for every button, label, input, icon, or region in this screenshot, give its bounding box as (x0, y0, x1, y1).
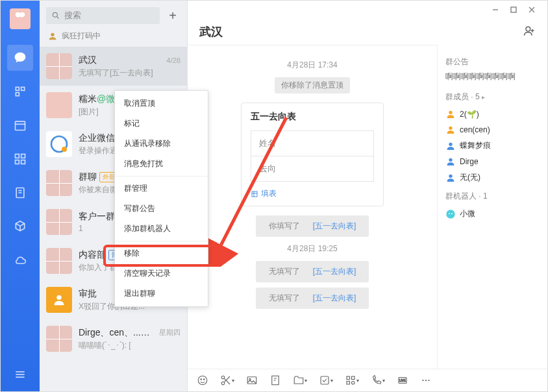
chat-time: 星期四 (159, 328, 181, 337)
more-icon[interactable] (420, 374, 432, 386)
menu-remove[interactable]: 移除 (115, 243, 208, 263)
nav-apps-icon[interactable] (7, 79, 33, 104)
emoji-icon[interactable] (197, 374, 208, 386)
svg-rect-26 (252, 191, 257, 197)
maximize-button[interactable] (504, 3, 523, 17)
chat-avatar (46, 92, 72, 118)
member-item[interactable]: 无(无) (445, 169, 540, 186)
search-input[interactable]: 搜索 (46, 7, 160, 24)
svg-rect-8 (21, 160, 25, 164)
chat-preview: 无填写了[五一去向表] (79, 67, 181, 79)
svg-rect-5 (16, 154, 19, 158)
menu-remove-contact[interactable]: 从通讯录移除 (115, 134, 208, 154)
announce-title: 群公告 (445, 56, 540, 67)
image-icon[interactable] (246, 374, 258, 386)
svg-rect-7 (16, 160, 19, 164)
svg-rect-20 (511, 7, 516, 12)
svg-point-36 (451, 213, 453, 214)
svg-rect-3 (16, 121, 25, 130)
menu-leave-group[interactable]: 退出群聊 (115, 284, 208, 304)
system-message: 你填写了[五一去向表] (201, 215, 424, 237)
svg-point-41 (221, 382, 225, 385)
check-icon[interactable]: ▾ (319, 374, 333, 386)
add-chat-button[interactable]: + (165, 8, 181, 23)
nav-calendar-icon[interactable] (7, 112, 33, 138)
svg-point-51 (352, 382, 355, 385)
menu-group-manage[interactable]: 群管理 (115, 178, 208, 199)
form-field: 姓名 (251, 131, 374, 156)
svg-line-14 (57, 17, 59, 19)
member-item[interactable]: cen(cen) (445, 122, 540, 138)
compose-area: ▾ ▾ ▾ ▾ ▾ LIVE (188, 369, 547, 391)
nav-grid-icon[interactable] (7, 146, 33, 172)
svg-point-17 (62, 147, 67, 152)
announce-text: 啊啊啊啊啊啊啊啊啊 (445, 71, 540, 82)
menu-unpin[interactable]: 取消置顶 (115, 93, 208, 114)
svg-point-56 (428, 380, 429, 381)
chat-avatar (46, 131, 72, 157)
system-message: 你移除了消息置顶 (201, 77, 424, 93)
chat-avatar (46, 248, 72, 274)
context-menu: 取消置顶 标记 从通讯录移除 消息免打扰 群管理 写群公告 添加群机器人 移除 … (114, 90, 208, 307)
member-item[interactable]: 蝶舞梦痕 (445, 138, 540, 154)
svg-point-30 (449, 127, 452, 130)
chat-avatar (46, 170, 72, 196)
svg-rect-2 (16, 93, 19, 96)
svg-rect-48 (347, 376, 350, 380)
svg-rect-1 (21, 87, 25, 90)
phone-icon[interactable]: ▾ (371, 374, 385, 386)
minimize-button[interactable] (486, 3, 504, 17)
close-button[interactable] (523, 3, 541, 17)
svg-rect-49 (352, 376, 355, 380)
folder-icon[interactable]: ▾ (293, 374, 307, 386)
timestamp: 4月28日 19:25 (201, 243, 424, 254)
nav-rail (1, 1, 40, 391)
svg-point-31 (449, 142, 452, 145)
svg-point-37 (198, 376, 207, 385)
info-panel: 群公告 啊啊啊啊啊啊啊啊啊 群成员 · 5 ▸ 2(🌱) cen(cen) 蝶舞… (437, 45, 547, 369)
chat-item[interactable]: Dirge、cen、...外部星期四 喵喵喵(´･_･`): [ (40, 319, 187, 358)
menu-clear-history[interactable]: 清空聊天记录 (115, 263, 208, 284)
chat-preview: 喵喵喵(´･_･`): [ (79, 340, 181, 351)
form-field: 去向 (251, 156, 374, 182)
menu-mark[interactable]: 标记 (115, 114, 208, 134)
form-title: 五一去向表 (242, 103, 383, 130)
nav-menu-icon[interactable] (7, 361, 33, 387)
chat-avatar (46, 287, 72, 313)
svg-point-54 (422, 380, 423, 381)
bot-item[interactable]: 小微 (445, 206, 540, 222)
svg-rect-47 (321, 376, 329, 384)
add-member-button[interactable] (523, 25, 536, 40)
doc-icon[interactable] (269, 374, 281, 386)
svg-rect-0 (16, 87, 19, 90)
svg-point-39 (204, 379, 205, 380)
chat-title: 武汉 (199, 24, 523, 40)
form-card[interactable]: 五一去向表 姓名 去向 填表 (241, 103, 384, 206)
live-icon[interactable]: LIVE (397, 374, 408, 386)
svg-point-34 (446, 210, 455, 218)
user-avatar[interactable] (10, 8, 31, 29)
menu-add-bot[interactable]: 添加群机器人 (115, 219, 208, 239)
svg-point-38 (201, 379, 202, 380)
nav-cloud-icon[interactable] (7, 247, 33, 273)
chat-time: 4/28 (167, 56, 181, 64)
svg-point-33 (449, 174, 452, 177)
scissors-icon[interactable]: ▾ (220, 374, 234, 386)
apps-icon[interactable]: ▾ (345, 374, 359, 386)
menu-mute[interactable]: 消息免打扰 (115, 154, 208, 174)
expand-arrow[interactable]: ▸ (482, 93, 485, 101)
member-item[interactable]: Dirge (445, 154, 540, 169)
svg-point-23 (526, 27, 530, 31)
member-item[interactable]: 2(🌱) (445, 106, 540, 122)
status-row: 疯狂打码中 (40, 28, 187, 47)
compose-toolbar: ▾ ▾ ▾ ▾ ▾ LIVE (188, 369, 547, 391)
menu-write-announce[interactable]: 写群公告 (115, 199, 208, 219)
chat-item[interactable]: 武汉 4/28 无填写了[五一去向表] (40, 47, 187, 86)
chat-avatar (46, 326, 72, 352)
svg-text:LIVE: LIVE (399, 379, 406, 382)
nav-cube-icon[interactable] (7, 214, 33, 239)
bots-title: 群机器人 · 1 (445, 191, 540, 202)
form-action[interactable]: 填表 (242, 182, 383, 206)
nav-chat-icon[interactable] (7, 45, 33, 71)
nav-doc-icon[interactable] (7, 180, 33, 206)
